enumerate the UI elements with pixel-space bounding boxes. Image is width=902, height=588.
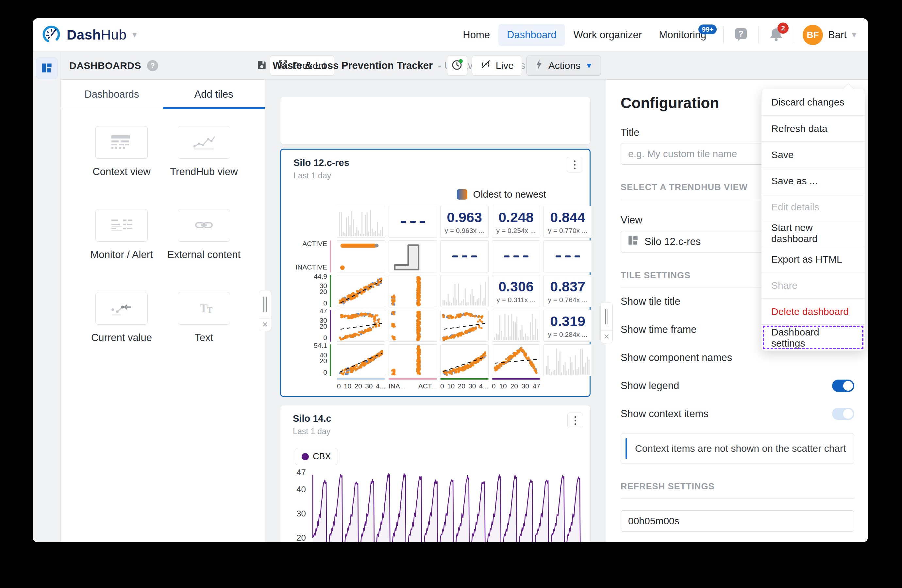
tile-silo-12c-res[interactable]: Silo 12.c-res Last 1 day Oldest to newes…	[280, 149, 590, 397]
actions-button[interactable]: Actions ▼	[526, 56, 601, 76]
matrix-cell-r2c4-corr[interactable]: 0.837y = 0.764x ...	[543, 275, 592, 307]
config-resize-handle[interactable]: ✕	[600, 302, 613, 343]
drag-grip-icon[interactable]	[259, 291, 271, 319]
matrix-cell-r3c4-corr[interactable]: 0.319y = 0.284x ...	[543, 310, 592, 342]
actions-dropdown-menu: Discard changesRefresh dataSaveSave as .…	[761, 89, 865, 351]
text-card[interactable]: TT	[178, 292, 230, 325]
matrix-cell-r4c2-scatter-rise2[interactable]	[440, 344, 489, 376]
menu-item-dashboard-settings[interactable]: Dashboard settings	[761, 324, 865, 350]
matrix-cell-r2c1-strip-pair[interactable]	[388, 275, 437, 307]
tab-dashboards[interactable]: Dashboards	[61, 80, 163, 109]
menu-item-export-as-html[interactable]: Export as HTML	[761, 246, 865, 272]
tab-add-tiles[interactable]: Add tiles	[163, 80, 265, 109]
matrix-row-axis-0	[293, 206, 334, 238]
matrix-cell-r1c1-step[interactable]	[388, 241, 437, 272]
menu-item-start-new-dashboard[interactable]: Start new dashboard	[761, 220, 865, 246]
text-icon: TT	[190, 299, 218, 319]
brand[interactable]: DashHub ▾	[42, 25, 136, 45]
user-caret-icon: ▾	[852, 30, 856, 40]
matrix-cell-r0c3-corr[interactable]: 0.248y = 0.254x ...	[492, 206, 540, 238]
line-chart-y-labels: 47403020	[287, 468, 309, 542]
menu-item-delete-dashboard[interactable]: Delete dashboard	[761, 298, 865, 324]
menu-item-save[interactable]: Save	[761, 141, 865, 167]
bell-icon	[768, 38, 784, 43]
matrix-cell-r1c4-dashes[interactable]	[543, 241, 592, 272]
matrix-cell-r3c1-strip-dots[interactable]	[388, 310, 437, 342]
current-value-card[interactable]	[96, 292, 148, 325]
refresh-timer-button[interactable]	[447, 56, 467, 76]
panel-title: DASHBOARDS	[69, 60, 141, 71]
matrix-row-axis-3: 4730200	[293, 310, 334, 342]
monitor-alert-card[interactable]	[96, 209, 148, 242]
menu-item-discard-changes[interactable]: Discard changes	[761, 89, 865, 115]
toolbar: DASHBOARDS ? Present	[61, 52, 868, 80]
card-label: Text	[195, 332, 213, 344]
toggle-show-context-items	[832, 408, 854, 420]
matrix-cell-r1c0-cat-bar[interactable]	[337, 241, 385, 272]
brand-name: DashHub	[67, 27, 127, 43]
tile-type-text: TTText	[178, 292, 230, 344]
tile-title: Silo 12.c-res	[293, 158, 577, 168]
user-menu[interactable]: BF Bart ▾	[803, 25, 856, 45]
matrix-cell-r2c0-scatter-diag[interactable]	[337, 275, 385, 307]
svg-text:T: T	[207, 305, 213, 315]
matrix-cell-r2c2-hist[interactable]	[440, 275, 489, 307]
dashboards-panel-button[interactable]	[36, 58, 58, 79]
toggle-show-legend[interactable]	[832, 380, 854, 392]
dashboard-canvas[interactable]: Silo 12.c-res Last 1 day Oldest to newes…	[265, 80, 606, 542]
nav-item-monitoring[interactable]: Monitoring99+	[650, 24, 715, 46]
help-button[interactable]: ?	[732, 25, 750, 44]
empty-tile[interactable]	[280, 97, 590, 144]
line-chart: 47403020	[280, 468, 590, 542]
card-label: External content	[168, 249, 241, 261]
matrix-cell-r0c2-corr[interactable]: 0.963y = 0.963x ...	[440, 206, 489, 238]
nav-item-home[interactable]: Home	[454, 24, 498, 46]
svg-text:?: ?	[738, 29, 744, 39]
matrix-row-axis-2: 44.930200	[293, 275, 334, 307]
trendhub-view-card[interactable]	[178, 126, 230, 159]
matrix-cell-r3c2-scatter-hook[interactable]	[440, 310, 489, 342]
panel-help-icon[interactable]: ?	[147, 60, 158, 71]
tile-menu-button[interactable]	[567, 413, 583, 428]
matrix-cell-r0c1-dashes[interactable]	[388, 206, 437, 238]
nav-item-work-organizer[interactable]: Work organizer	[565, 24, 651, 46]
tile-type-external-content: External content	[168, 209, 241, 261]
series-legend-chip[interactable]: CBX	[295, 448, 338, 465]
matrix-cell-r4c0-scatter-rise[interactable]	[337, 344, 385, 376]
save-icon[interactable]	[256, 59, 267, 72]
sidebar-resize-handle[interactable]: ✕	[259, 290, 271, 331]
external-content-card[interactable]	[178, 209, 230, 242]
refresh-interval-input[interactable]	[621, 510, 854, 532]
collapse-panel-icon[interactable]: ✕	[601, 331, 612, 343]
notifications-button[interactable]: 2	[767, 25, 785, 44]
menu-item-refresh-data[interactable]: Refresh data	[761, 115, 865, 141]
matrix-cell-r4c3-scatter-peak[interactable]	[492, 344, 540, 376]
live-button[interactable]: Live	[472, 56, 522, 76]
matrix-cell-r0c0-hist[interactable]	[337, 206, 385, 238]
brand-caret-icon[interactable]: ▾	[132, 30, 136, 40]
tile-menu-button[interactable]	[567, 157, 583, 172]
user-name: Bart	[828, 29, 847, 41]
tile-title: Silo 14.c	[293, 413, 578, 424]
matrix-cell-r2c3-corr[interactable]: 0.306y = 0.311x ...	[492, 275, 540, 307]
actions-caret-icon: ▼	[585, 61, 593, 70]
matrix-cell-r3c0-scatter-hook[interactable]	[337, 310, 385, 342]
context-view-card[interactable]	[96, 126, 148, 159]
left-rail	[33, 52, 61, 542]
menu-item-save-as[interactable]: Save as ...	[761, 167, 865, 194]
help-icon: ?	[733, 38, 749, 43]
matrix-cell-r1c3-dashes[interactable]	[492, 241, 540, 272]
matrix-cell-r4c4-hist[interactable]	[543, 344, 592, 376]
matrix-cell-r1c2-dashes[interactable]	[440, 241, 489, 272]
matrix-cell-r0c4-corr[interactable]: 0.844y = 0.770x ...	[543, 206, 592, 238]
tile-silo-14c[interactable]: Silo 14.c Last 1 day CBX 47403020	[280, 405, 590, 542]
tile-type-trendhub-view: TrendHub view	[170, 126, 238, 178]
setting-label: Show tile title	[621, 296, 680, 307]
nav-item-dashboard[interactable]: Dashboard	[498, 24, 565, 46]
matrix-cell-r4c1-strip-pair2[interactable]	[388, 344, 437, 376]
matrix-cell-r3c3-hist[interactable]	[492, 310, 540, 342]
drag-grip-icon[interactable]	[601, 302, 612, 331]
live-off-icon	[480, 59, 491, 72]
collapse-panel-icon[interactable]: ✕	[259, 319, 271, 331]
matrix-x-axis-4	[543, 378, 592, 390]
